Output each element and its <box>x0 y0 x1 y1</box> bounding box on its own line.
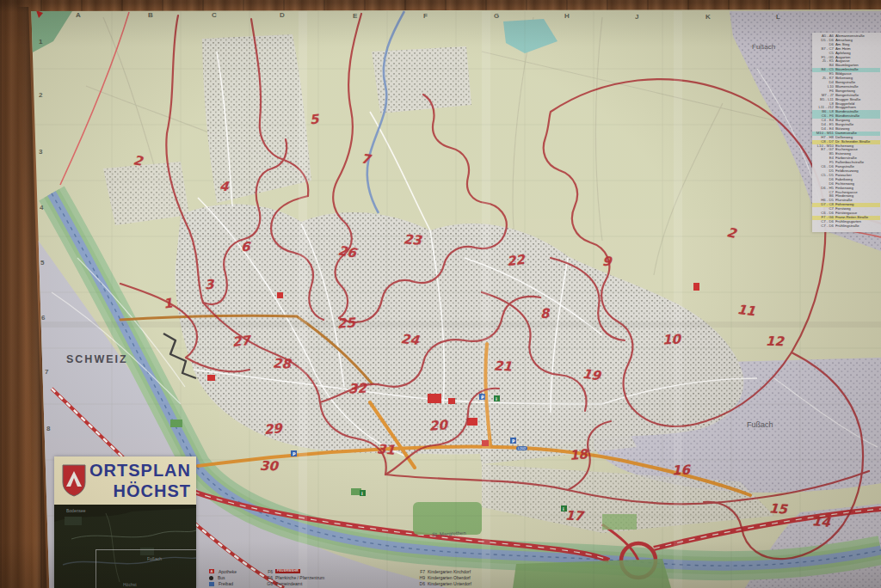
grid-letter-J: J <box>635 13 638 21</box>
legend-item: D6Kindergarten Unterdorf <box>415 581 587 587</box>
legend-label: Pfarrkirche / Pfarrzentrum <box>275 575 324 580</box>
legend-grid-ref: D6 <box>415 581 425 586</box>
street-index-panel: ▲ A5 - A6AlemannenstraßeD5 - D6AmselwegD… <box>812 33 881 232</box>
legend-label: Bus <box>218 575 225 580</box>
legend-grid-ref: H9 <box>415 575 425 580</box>
grid-letter-H: H <box>564 12 570 20</box>
grid-number-6: 6 <box>41 314 45 322</box>
legend-label: Apotheke <box>219 569 237 574</box>
district-number-9: 9 <box>601 254 612 270</box>
route-badge: L202 <box>516 446 527 450</box>
grid-letter-C: C <box>212 11 217 19</box>
photo-of-town-map: P P P i i i <box>0 0 881 588</box>
district-number-29: 29 <box>263 420 282 438</box>
legend-column-public: F6FEUERWEHRG6Pfarrkirche / PfarrzentrumG… <box>262 568 413 587</box>
title-block: ORTSPLAN HÖCHST Bodensee Fußach Höchst <box>54 456 196 588</box>
legend-grid-ref: G6 <box>262 581 273 586</box>
district-number-21: 21 <box>494 358 513 374</box>
svg-text:i: i <box>563 506 564 511</box>
grid-number-5: 5 <box>40 259 44 266</box>
legend-grid-ref: G6 <box>262 575 273 580</box>
label-fussach-top: Fußach <box>752 43 775 51</box>
district-number-15: 15 <box>768 500 787 517</box>
district-number-11: 11 <box>736 302 756 319</box>
legend-column-facilities: AApothekeBusFreibad <box>209 568 261 587</box>
grid-number-7: 7 <box>45 368 48 376</box>
overview-inset: Bodensee Fußach Höchst <box>54 505 196 588</box>
district-number-24: 24 <box>400 331 420 348</box>
grid-letter-K: K <box>705 13 711 21</box>
label-fussach-right: Fußach <box>747 420 773 429</box>
bus-icon <box>209 576 213 580</box>
legend-grid-ref: F6 <box>262 569 273 574</box>
inset-label-fussach: Fußach <box>147 556 162 561</box>
freibad-icon <box>209 582 214 586</box>
grid-number-8: 8 <box>46 425 50 432</box>
district-number-20: 20 <box>428 417 447 433</box>
district-number-16: 16 <box>672 462 691 478</box>
district-number-28: 28 <box>273 355 292 371</box>
legend-label: Kindergarten Oberdorf <box>428 575 471 580</box>
legend-label: Kindergarten Unterdorf <box>428 581 471 586</box>
inset-extent-frame <box>95 549 196 588</box>
hoechst-crest-icon <box>62 464 86 497</box>
apotheke-icon: A <box>209 569 214 573</box>
legend-item: Freibad <box>209 581 261 587</box>
grid-letter-B: B <box>148 11 153 19</box>
district-number-6: 6 <box>241 239 250 255</box>
legend-label: Freibad <box>219 581 233 586</box>
grid-letter-E: E <box>353 12 357 20</box>
street-index-entry: C7 - D6Frühlingstraße <box>812 224 880 229</box>
legend-item: F7Kindergarten Kirchdorf <box>415 568 587 574</box>
legend-column-kindergarten: F7Kindergarten KirchdorfH9Kindergarten O… <box>415 568 587 587</box>
district-number-14: 14 <box>811 513 830 530</box>
grid-letter-F: F <box>423 12 428 20</box>
grid-number-1: 1 <box>39 38 42 46</box>
district-number-26: 26 <box>337 242 357 260</box>
inset-label-bodensee: Bodensee <box>66 508 86 513</box>
svg-text:i: i <box>361 491 363 496</box>
street-grid-ref: C7 - D6 <box>812 224 834 229</box>
district-number-18: 18 <box>569 446 588 463</box>
district-number-4: 4 <box>219 179 229 195</box>
grid-number-2: 2 <box>39 91 42 99</box>
district-number-12: 12 <box>766 334 784 350</box>
grid-number-3: 3 <box>39 148 42 156</box>
street-index-rows: A5 - A6AlemannenstraßeD5 - D6AmselwegD6A… <box>812 34 880 229</box>
grid-letter-D: D <box>280 11 285 19</box>
district-number-25: 25 <box>336 315 355 331</box>
grid-number-4: 4 <box>40 204 43 211</box>
district-number-32: 32 <box>348 380 367 396</box>
map-legend: AApothekeBusFreibad F6FEUERWEHRG6Pfarrki… <box>209 568 596 588</box>
label-schweiz: SCHWEIZ <box>66 353 128 365</box>
legend-label: Gemeindeamt <box>275 581 302 586</box>
district-number-23: 23 <box>403 231 422 248</box>
legend-label: Kindergarten Kirchdorf <box>428 569 471 574</box>
district-number-8: 8 <box>539 306 550 322</box>
street-name: Frühlingstraße <box>835 224 880 229</box>
grid-letter-A: A <box>76 11 81 19</box>
legend-item: AApotheke <box>209 568 261 574</box>
map-title-line2: HÖCHST <box>89 481 191 501</box>
map-title: ORTSPLAN HÖCHST <box>89 460 191 501</box>
district-number-10: 10 <box>662 331 681 347</box>
district-number-3: 3 <box>204 277 214 293</box>
district-number-31: 31 <box>376 441 395 457</box>
legend-item: Bus <box>209 574 261 580</box>
legend-grid-ref: F7 <box>415 569 425 574</box>
map-title-line1: ORTSPLAN <box>89 460 191 481</box>
district-number-17: 17 <box>565 507 584 524</box>
district-number-19: 19 <box>582 366 601 384</box>
svg-text:P: P <box>512 438 515 444</box>
legend-item: G6Pfarrkirche / Pfarrzentrum <box>262 574 413 580</box>
district-number-27: 27 <box>231 333 251 350</box>
svg-text:i: i <box>496 396 497 401</box>
district-number-30: 30 <box>260 458 278 475</box>
grid-letter-G: G <box>494 12 499 20</box>
legend-item: G6Gemeindeamt <box>262 581 413 587</box>
feuerwehr-badge: FEUERWEHR <box>275 569 300 573</box>
legend-item: F6FEUERWEHR <box>262 568 413 574</box>
grid-letter-L: L <box>776 13 780 21</box>
district-number-22: 22 <box>506 252 526 269</box>
title-header: ORTSPLAN HÖCHST <box>54 456 196 505</box>
